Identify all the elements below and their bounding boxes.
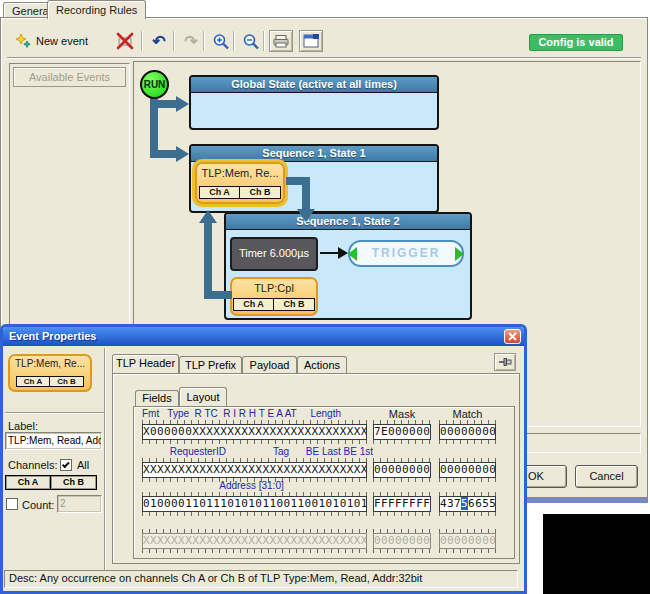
match-field[interactable]: 43756655 [439,496,496,512]
bit-row-dw0: Fmt Type R TC R I R H T E A AT Length Ma… [134,408,514,446]
bits-field[interactable]: 01000011011101010110011001010101 [142,496,367,512]
mask-field-group: 7E000000 [373,420,431,444]
match-field[interactable]: 00000000 [439,462,496,478]
match-text: 6655 [468,497,496,510]
count-checkbox[interactable] [6,498,18,510]
bits-field[interactable]: XXXXXXXXXXXXXXXXXXXXXXXXXXXXXXXX [142,462,367,478]
event-preview: TLP:Mem, Re... Ch A Ch B [8,354,92,392]
undo-button[interactable] [147,30,171,52]
toolbar-separator [233,31,235,51]
trigger-left-cap-icon [348,247,357,261]
mask-field-group: 00000000 [373,458,431,482]
bit-row-caption: Fmt Type R TC R I R H T E A AT Length [142,408,341,419]
match-column-header: Match [439,408,496,420]
cancel-button[interactable]: Cancel [575,465,638,488]
bit-row-caption: RequesterID Tag BE Last BE 1st [142,446,373,457]
mask-field[interactable]: 7E000000 [373,424,431,440]
new-event-button[interactable]: New event [15,30,88,52]
tlp-cpl-channels: Ch A Ch B [232,298,316,311]
zoom-out-button[interactable] [239,30,263,52]
event-preview-channels: Ch A Ch B [10,376,90,387]
subtab-fields[interactable]: Fields [135,390,179,406]
mask-field-group: 00000000 [373,529,431,553]
tick-ruler [142,549,367,553]
subtab-layout[interactable]: Layout [179,387,227,406]
channel-b-button[interactable]: Ch B [51,475,97,490]
tab-actions[interactable]: Actions [297,356,347,373]
tlp-header-panel: Fields Layout Fmt Type R TC R I R H T E … [112,373,520,564]
event-properties-dialog: Event Properties TLP:Mem, Re... Ch A Ch … [0,324,527,594]
tick-ruler [439,440,496,444]
tick-ruler [142,440,367,444]
channel-a-button[interactable]: Ch A [199,186,240,199]
tab-recording-rules[interactable]: Recording Rules [47,0,146,19]
arrowhead-back-to-state1 [199,210,217,223]
tick-ruler [373,512,431,516]
match-field-group: 00000000 [439,420,496,444]
close-button[interactable] [504,329,521,344]
config-status-badge: Config is valid [529,34,623,51]
tab-payload[interactable]: Payload [242,356,297,373]
channel-b-button[interactable]: Ch B [240,186,281,199]
tlp-mem-event[interactable]: TLP:Mem, Re... Ch A Ch B [195,162,285,204]
connector-cpl-vertical [204,222,212,299]
delete-event-icon [115,32,135,50]
channel-b-button[interactable]: Ch B [274,298,315,311]
bits-field: XXXXXXXXXXXXXXXXXXXXXXXXXXXXXXXX [142,533,367,549]
channel-buttons: Ch A Ch B [5,475,97,490]
count-input[interactable]: 2 [57,495,102,513]
bit-row-address: Address [31:0] 0100001101110101011001100… [134,480,514,518]
properties-icon [303,34,319,48]
redo-button[interactable] [179,30,203,52]
zoom-out-icon [242,33,260,50]
match-field[interactable]: 00000000 [439,424,496,440]
zoom-in-button[interactable] [209,30,233,52]
tick-ruler [439,549,496,553]
tab-tlp-header[interactable]: TLP Header [112,354,179,373]
bits-field[interactable]: X000000XXXXXXXXXXXXXXXXXXXXXXXXX [142,424,367,440]
print-view-button[interactable] [269,30,293,52]
bit-row-caption: Address [31:0] [142,480,284,491]
mask-field[interactable]: FFFFFFFF [373,496,431,512]
mask-field: 00000000 [373,533,431,549]
bits-field-group: 01000011011101010110011001010101 [142,492,367,516]
dialog-titlebar[interactable]: Event Properties [3,327,524,346]
tick-ruler [373,549,431,553]
global-state-box[interactable]: Global State (active at all times) [189,75,439,130]
label-input[interactable]: TLP:Mem, Read, Addr: [5,432,102,450]
new-event-sparkle-icon [15,33,31,49]
channels-caption: Channels: [8,459,58,471]
timer-node[interactable]: Timer 6.000µs [230,237,318,271]
properties-view-button[interactable] [299,30,323,52]
seq1-state1-title: Sequence 1, State 1 [191,146,437,162]
delete-event-button[interactable] [113,30,137,52]
tab-tlp-prefix[interactable]: TLP Prefix [179,356,242,373]
mask-field[interactable]: 00000000 [373,462,431,478]
match-field-group: 00000000 [439,529,496,553]
all-channels-checkbox[interactable] [60,459,72,471]
arrowhead-to-global [176,96,189,112]
global-state-title: Global State (active at all times) [191,77,437,93]
tlp-cpl-event[interactable]: TLP:Cpl Ch A Ch B [230,277,318,316]
screen: General Recording Rules New event [0,0,650,594]
tlp-mem-channels: Ch A Ch B [197,186,283,199]
pin-button[interactable] [494,353,516,371]
tick-ruler [373,440,431,444]
run-node[interactable]: RUN [140,70,169,99]
channel-a-button[interactable]: Ch A [5,475,51,490]
match-field-group: 43756655 [439,492,496,516]
channel-a-button: Ch A [16,376,50,387]
connector-mem-vertical [302,177,310,209]
channel-a-button[interactable]: Ch A [233,298,274,311]
available-events-header: Available Events [13,67,126,87]
channel-b-button: Ch B [50,376,84,387]
all-channels-label: All [77,459,89,471]
dialog-title: Event Properties [9,330,96,342]
arrowhead-to-trigger [338,247,348,259]
match-field-group: 00000000 [439,458,496,482]
trigger-node[interactable]: TRIGGER [348,240,464,267]
tab-recording-rules-label: Recording Rules [56,4,137,16]
dialog-content: TLP:Mem, Re... Ch A Ch B Label: TLP:Mem,… [3,346,524,591]
tlp-cpl-event-label: TLP:Cpl [232,282,316,294]
zoom-in-icon [212,33,230,50]
